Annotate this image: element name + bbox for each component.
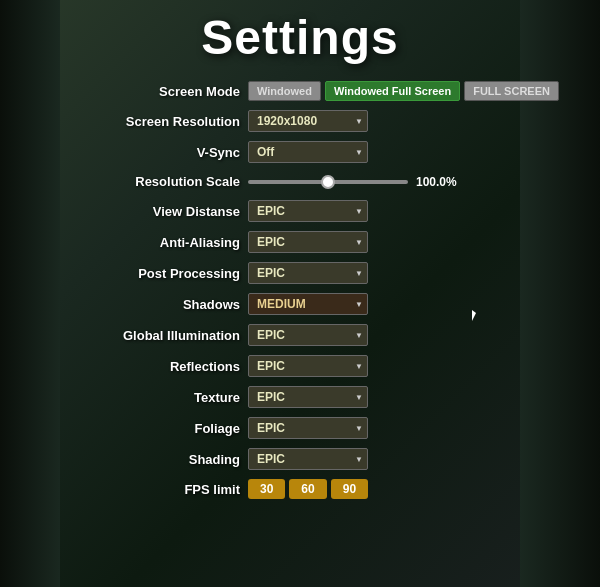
windowed-fullscreen-button[interactable]: Windowed Full Screen [325,81,460,101]
texture-control: EPICHIGHMEDIUMLOW [248,384,560,410]
post-processing-select[interactable]: EPICHIGHMEDIUMLOW [248,262,368,284]
global-illumination-label: Global Illumination [40,322,240,348]
reflections-select[interactable]: EPICHIGHMEDIUMLOW [248,355,368,377]
vsync-select[interactable]: Off On [248,141,368,163]
view-distance-dropdown-wrap: EPICHIGHMEDIUMLOW [248,200,368,222]
page-title: Settings [201,10,398,65]
fullscreen-button[interactable]: FULL SCREEN [464,81,559,101]
fps-30-button[interactable]: 30 [248,479,285,499]
reflections-control: EPICHIGHMEDIUMLOW [248,353,560,379]
fps-limit-control: 30 60 90 [248,477,560,501]
vsync-control: Off On [248,139,560,165]
shading-dropdown-wrap: EPICHIGHMEDIUMLOW [248,448,368,470]
anti-aliasing-control: EPICHIGHMEDIUMLOW [248,229,560,255]
global-illumination-select[interactable]: EPICHIGHMEDIUMLOW [248,324,368,346]
vsync-label: V-Sync [40,139,240,165]
shading-label: Shading [40,446,240,472]
screen-resolution-control: 1920x1080 1280x720 2560x1440 [248,108,560,134]
windowed-button[interactable]: Windowed [248,81,321,101]
fps-60-button[interactable]: 60 [289,479,326,499]
resolution-scale-label: Resolution Scale [40,170,240,193]
view-distance-control: EPICHIGHMEDIUMLOW [248,198,560,224]
foliage-dropdown-wrap: EPICHIGHMEDIUMLOW [248,417,368,439]
shadows-label: Shadows [40,291,240,317]
foliage-control: EPICHIGHMEDIUMLOW [248,415,560,441]
cursor-pointer [472,310,480,322]
settings-grid: Screen Mode Windowed Windowed Full Scree… [40,79,560,501]
screen-resolution-select[interactable]: 1920x1080 1280x720 2560x1440 [248,110,368,132]
texture-dropdown-wrap: EPICHIGHMEDIUMLOW [248,386,368,408]
post-processing-dropdown-wrap: EPICHIGHMEDIUMLOW [248,262,368,284]
resolution-scale-slider[interactable] [248,180,408,184]
post-processing-label: Post Processing [40,260,240,286]
global-illumination-control: EPICHIGHMEDIUMLOW [248,322,560,348]
reflections-label: Reflections [40,353,240,379]
resolution-scale-value: 100.0% [416,175,457,189]
resolution-scale-slider-wrap: 100.0% [248,175,560,189]
texture-select[interactable]: EPICHIGHMEDIUMLOW [248,386,368,408]
shadows-select[interactable]: MEDIUMEPICHIGHLOW [248,293,368,315]
foliage-select[interactable]: EPICHIGHMEDIUMLOW [248,417,368,439]
post-processing-control: EPICHIGHMEDIUMLOW [248,260,560,286]
vsync-dropdown-wrap: Off On [248,141,368,163]
foliage-label: Foliage [40,415,240,441]
screen-resolution-dropdown-wrap: 1920x1080 1280x720 2560x1440 [248,110,368,132]
shadows-dropdown-wrap: MEDIUMEPICHIGHLOW [248,293,368,315]
view-distance-select[interactable]: EPICHIGHMEDIUMLOW [248,200,368,222]
screen-mode-control: Windowed Windowed Full Screen FULL SCREE… [248,79,560,103]
anti-aliasing-select[interactable]: EPICHIGHMEDIUMLOW [248,231,368,253]
global-illumination-dropdown-wrap: EPICHIGHMEDIUMLOW [248,324,368,346]
view-distance-label: View Distanse [40,198,240,224]
anti-aliasing-label: Anti-Aliasing [40,229,240,255]
reflections-dropdown-wrap: EPICHIGHMEDIUMLOW [248,355,368,377]
shading-control: EPICHIGHMEDIUMLOW [248,446,560,472]
shading-select[interactable]: EPICHIGHMEDIUMLOW [248,448,368,470]
screen-resolution-label: Screen Resolution [40,108,240,134]
texture-label: Texture [40,384,240,410]
anti-aliasing-dropdown-wrap: EPICHIGHMEDIUMLOW [248,231,368,253]
screen-mode-label: Screen Mode [40,79,240,103]
fps-limit-label: FPS limit [40,477,240,501]
fps-90-button[interactable]: 90 [331,479,368,499]
resolution-scale-control: 100.0% [248,170,560,193]
shadows-control: MEDIUMEPICHIGHLOW [248,291,560,317]
